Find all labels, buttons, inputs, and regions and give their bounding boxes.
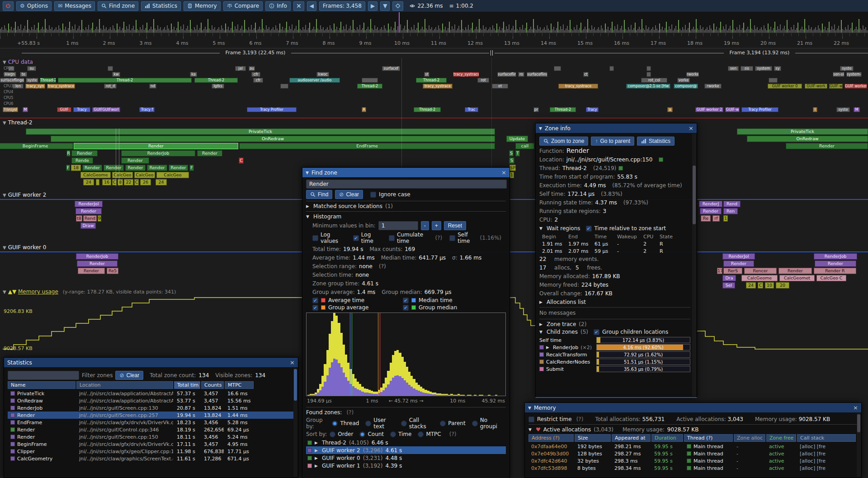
radio-user-text[interactable]: User text xyxy=(365,417,394,430)
option-log-time[interactable]: ✔Log time xyxy=(353,232,382,244)
timeline-zone[interactable]: et xyxy=(492,84,508,89)
memory-button[interactable]: Memory xyxy=(184,1,221,11)
timeline-zone[interactable]: Render xyxy=(78,268,105,274)
timeline-zone[interactable]: C xyxy=(134,179,139,185)
table-row[interactable]: Renderjni/../jni/src/guif/Control.cpp:34… xyxy=(8,426,294,433)
child-zones-header[interactable]: ▼ Child zones (5) ✔ Group children locat… xyxy=(539,329,690,335)
timeline-zone[interactable]: Trac xyxy=(465,107,478,112)
checkbox[interactable]: ✔ xyxy=(403,298,409,303)
column-header-zone-free[interactable]: Zone free xyxy=(766,434,796,442)
timeline-zone[interactable] xyxy=(280,84,288,89)
collapse-icon[interactable]: ▼ xyxy=(528,406,531,410)
timeline-zone[interactable] xyxy=(609,66,614,71)
timeline-zone[interactable]: RenderJol xyxy=(75,201,103,207)
wait-column-header[interactable]: State xyxy=(657,234,675,240)
timeline-zone[interactable]: Rend xyxy=(723,201,741,207)
timeline-zone[interactable]: 24 xyxy=(83,179,94,185)
close-icon[interactable]: × xyxy=(853,404,858,411)
timeline-zone[interactable]: Tracy f xyxy=(139,107,155,112)
collapse-icon[interactable]: ▼ xyxy=(3,60,6,65)
column-header-name[interactable]: Name xyxy=(8,381,75,389)
timeline-zone[interactable]: ro xyxy=(518,72,524,77)
legend-item[interactable]: ✔Average time xyxy=(312,297,398,303)
timeline-zone[interactable] xyxy=(769,78,778,83)
timeline-zone[interactable]: GUIF-work xyxy=(805,84,827,89)
timeline-zone[interactable]: rot_col xyxy=(641,78,667,83)
timeline-zone[interactable]: Thread-2 xyxy=(40,78,56,83)
timeline-zone[interactable]: RerS xyxy=(723,268,742,274)
timeline-zone[interactable]: Rend xyxy=(83,215,97,222)
timeline-zone[interactable]: Thread-2 xyxy=(416,78,447,83)
call-stack-cell[interactable]: [alloc] [fre xyxy=(797,444,856,450)
timeline-zone[interactable]: EndFrame xyxy=(239,143,495,149)
table-row[interactable]: CalcGeometryjni/../jni/src/claw/graphics… xyxy=(8,455,294,462)
address-cell[interactable]: 0x7dfc53d898 xyxy=(528,465,574,471)
scrollbar[interactable] xyxy=(293,368,297,477)
timeline-zone[interactable]: A xyxy=(362,107,366,112)
timeline-zone[interactable]: te xyxy=(20,72,27,77)
option-cumulate-time[interactable]: Cumulate time(?) xyxy=(389,232,442,244)
timeline-zone[interactable]: GUIF worker 0 xyxy=(768,84,802,89)
option-log-values[interactable]: Log values xyxy=(312,232,346,244)
timeline-zone[interactable]: CalcGeome xyxy=(80,172,111,178)
collapse-icon[interactable]: ▼ xyxy=(528,427,533,432)
timeline-zone[interactable]: composer@2.1-se [Hw xyxy=(626,84,670,89)
timeline-zone[interactable]: sis xyxy=(741,66,753,71)
timeline-zone[interactable]: Ren xyxy=(723,208,738,214)
timeline-zone[interactable]: Render xyxy=(82,165,102,171)
timeline-zone[interactable]: rworke xyxy=(686,72,699,77)
timeline-zone[interactable]: rot xyxy=(477,78,489,83)
radio-button[interactable] xyxy=(401,421,407,426)
thread-value[interactable]: Thread-2 xyxy=(562,165,587,171)
collapse-icon[interactable]: ▼ xyxy=(306,214,311,219)
timeline-zone[interactable]: Render xyxy=(125,165,146,171)
timeline-zone[interactable]: GUIF worker 2 xyxy=(695,107,723,112)
column-header-call-stack[interactable]: Call stack xyxy=(797,434,856,442)
frame-labels-row[interactable]: Frame 3,193 (22.45 ms) Frame 3,194 (13.9… xyxy=(0,48,868,58)
allocation-row[interactable]: 0x7dfc53d8988 bytes298.34 ms59.95 sMain … xyxy=(528,464,858,472)
wait-regions-header[interactable]: ▼ Wait regions ✔ Time relative to zone s… xyxy=(539,225,690,232)
info-button[interactable]: Info xyxy=(265,1,291,11)
radio-button[interactable] xyxy=(359,431,365,437)
radio-button[interactable] xyxy=(365,421,371,426)
timeline-zone[interactable]: GUIF xyxy=(57,107,71,112)
timeline-zone[interactable]: R xyxy=(66,150,71,156)
timeline-zone[interactable]: a xyxy=(667,107,673,112)
radio-order[interactable]: Order xyxy=(330,431,353,437)
timeline-zone[interactable]: C xyxy=(239,157,244,164)
legend-item[interactable]: ✔Group average xyxy=(312,304,398,311)
expand-icon[interactable]: ▶ xyxy=(539,322,544,327)
timeline-zone[interactable]: cfr xyxy=(251,72,260,77)
clear-button[interactable]: ⊘Clear xyxy=(335,190,363,199)
timeline-zone[interactable]: su xyxy=(27,66,36,71)
statistics-button[interactable]: Statistics xyxy=(637,137,675,146)
cpu-data-section-header[interactable]: ▼CPU data xyxy=(3,59,33,65)
timeline-zone[interactable]: CalcGeomet xyxy=(779,275,815,281)
reset-button[interactable]: Reset xyxy=(444,221,466,230)
collapse-icon[interactable]: ▼ xyxy=(539,330,544,334)
radio-button[interactable] xyxy=(330,431,335,437)
options-button[interactable]: ⚙Options xyxy=(16,1,52,11)
timeline-zone[interactable]: composer@ xyxy=(674,84,698,89)
timeline-zone[interactable]: syste xyxy=(26,78,38,83)
wait-column-header[interactable]: Wakeup xyxy=(614,234,640,240)
find-button[interactable]: Find xyxy=(306,190,332,199)
column-header-thread[interactable]: Thread (?) xyxy=(684,434,733,442)
collapse-icon[interactable]: ▼ xyxy=(539,226,544,231)
timeline-zone[interactable]: RenderJol xyxy=(722,253,755,260)
expand-icon[interactable]: ▶ xyxy=(546,345,551,350)
scrollbar[interactable] xyxy=(857,413,861,477)
prev-frame-button[interactable]: ◀ xyxy=(307,1,316,11)
timeline-zone[interactable]: I xyxy=(813,107,817,112)
timeline-zone[interactable]: surfacefling xyxy=(527,72,547,77)
histogram-section-header[interactable]: ▼ Histogram xyxy=(306,213,506,220)
checkbox[interactable] xyxy=(389,235,395,241)
timeline-zone[interactable]: 22 xyxy=(124,179,133,185)
timeline-zone[interactable]: 24 xyxy=(156,179,167,185)
timeline-zone[interactable]: F xyxy=(189,165,194,171)
timeline-zone[interactable]: Render xyxy=(71,150,98,156)
legend-item[interactable]: ✔Group median xyxy=(403,304,489,311)
timeline-zone[interactable]: S xyxy=(509,150,514,156)
radio-thread[interactable]: Thread xyxy=(332,420,359,426)
time-ruler[interactable]: +55.83 s 1 ms2 ms3 ms4 ms5 ms6 ms7 ms8 m… xyxy=(0,33,868,48)
